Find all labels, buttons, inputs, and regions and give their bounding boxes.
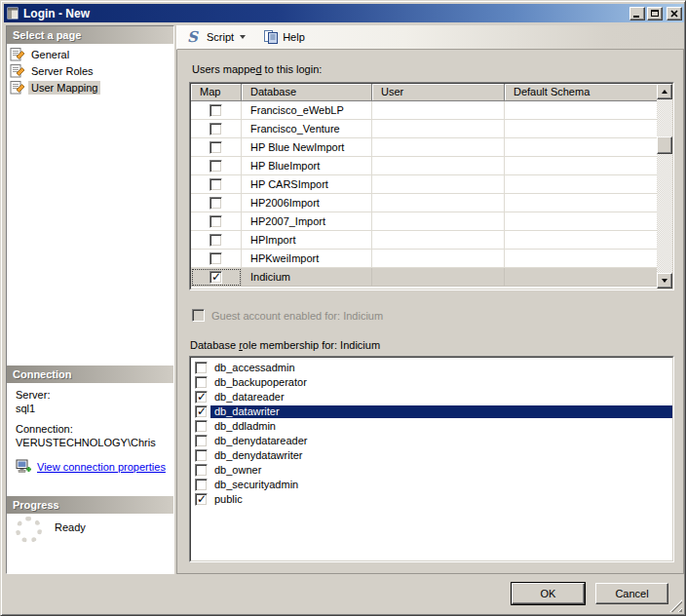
role-checkbox[interactable] bbox=[195, 464, 208, 477]
user-cell[interactable] bbox=[372, 157, 505, 175]
map-cell[interactable] bbox=[191, 194, 242, 212]
role-checkbox[interactable] bbox=[195, 376, 208, 389]
map-checkbox[interactable] bbox=[210, 197, 222, 210]
sidebar-item-label: General bbox=[28, 48, 72, 61]
user-cell[interactable] bbox=[372, 268, 505, 287]
column-header-map[interactable]: Map bbox=[191, 84, 242, 101]
help-button[interactable]: Help bbox=[258, 27, 310, 48]
map-cell[interactable] bbox=[191, 101, 242, 120]
role-checkbox-checked[interactable] bbox=[195, 391, 208, 404]
map-cell[interactable] bbox=[191, 250, 242, 268]
user-cell[interactable] bbox=[372, 175, 505, 194]
script-dropdown-icon[interactable] bbox=[240, 35, 246, 39]
role-item-db_denydatareader[interactable]: db_denydatareader bbox=[191, 434, 672, 448]
map-checkbox[interactable] bbox=[210, 178, 222, 191]
map-cell[interactable] bbox=[191, 268, 242, 287]
scroll-down-button[interactable] bbox=[657, 273, 672, 289]
role-checkbox[interactable] bbox=[195, 420, 208, 433]
user-cell[interactable] bbox=[372, 101, 505, 120]
toolbar: S Script Help bbox=[176, 25, 684, 50]
user-cell[interactable] bbox=[372, 120, 505, 138]
map-cell[interactable] bbox=[191, 175, 242, 194]
table-row[interactable]: HP Blue NewImport bbox=[191, 138, 657, 157]
table-row[interactable]: HP CARSImport bbox=[191, 175, 657, 194]
default-schema-cell[interactable] bbox=[505, 101, 657, 120]
map-checkbox-checked[interactable] bbox=[210, 271, 222, 284]
default-schema-cell[interactable] bbox=[505, 157, 657, 175]
default-schema-cell[interactable] bbox=[505, 194, 657, 212]
map-checkbox[interactable] bbox=[210, 141, 222, 154]
default-schema-cell[interactable] bbox=[505, 138, 657, 157]
default-schema-cell[interactable] bbox=[505, 268, 657, 287]
map-checkbox[interactable] bbox=[210, 123, 222, 135]
role-checkbox-checked[interactable] bbox=[195, 493, 208, 506]
role-item-db_backupoperator[interactable]: db_backupoperator bbox=[191, 375, 672, 390]
database-cell: HP2007_Import bbox=[242, 212, 372, 231]
default-schema-cell[interactable] bbox=[505, 250, 657, 268]
script-icon: S bbox=[187, 29, 203, 45]
script-button[interactable]: S Script bbox=[182, 27, 250, 48]
ok-button[interactable]: OK bbox=[512, 583, 585, 604]
role-item-db_datawriter[interactable]: db_datawriter bbox=[191, 404, 672, 419]
table-row[interactable]: HPImport bbox=[191, 231, 657, 250]
column-header-user[interactable]: User bbox=[372, 84, 505, 101]
table-row[interactable]: Francisco_eWebLP bbox=[191, 101, 657, 120]
user-cell[interactable] bbox=[372, 138, 505, 157]
sidebar-item-general[interactable]: General bbox=[7, 46, 173, 62]
view-connection-properties-link[interactable]: View connection properties bbox=[37, 461, 166, 473]
sidebar-item-user-mapping[interactable]: User Mapping bbox=[7, 79, 173, 96]
column-header-database[interactable]: Database bbox=[242, 84, 372, 101]
user-cell[interactable] bbox=[372, 250, 505, 268]
map-cell[interactable] bbox=[191, 120, 242, 138]
database-cell: HP CARSImport bbox=[242, 175, 372, 194]
default-schema-cell[interactable] bbox=[505, 212, 657, 231]
map-checkbox[interactable] bbox=[210, 160, 222, 173]
maximize-button[interactable] bbox=[647, 7, 663, 20]
title-bar[interactable]: Login - New bbox=[4, 4, 684, 22]
role-item-db_owner[interactable]: db_owner bbox=[191, 463, 672, 478]
map-checkbox[interactable] bbox=[210, 252, 222, 265]
role-checkbox[interactable] bbox=[195, 435, 208, 447]
role-item-db_datareader[interactable]: db_datareader bbox=[191, 390, 672, 404]
table-row[interactable]: Francisco_Venture bbox=[191, 120, 657, 138]
map-checkbox[interactable] bbox=[210, 234, 222, 247]
map-checkbox[interactable] bbox=[210, 215, 222, 228]
table-row[interactable]: HP2006Import bbox=[191, 194, 657, 212]
progress-spinner-icon bbox=[16, 517, 42, 543]
user-cell[interactable] bbox=[372, 231, 505, 250]
progress-header: Progress bbox=[7, 496, 173, 514]
close-button[interactable] bbox=[667, 7, 682, 20]
user-cell[interactable] bbox=[372, 194, 505, 212]
role-checkbox[interactable] bbox=[195, 449, 208, 462]
scroll-up-button[interactable] bbox=[657, 84, 672, 99]
role-checkbox[interactable] bbox=[195, 362, 208, 374]
role-item-public[interactable]: public bbox=[191, 492, 672, 507]
map-cell[interactable] bbox=[191, 157, 242, 175]
role-item-db_accessadmin[interactable]: db_accessadmin bbox=[191, 361, 672, 375]
minimize-button[interactable] bbox=[629, 7, 645, 20]
sidebar: Select a page GeneralServer RolesUser Ma… bbox=[6, 25, 174, 574]
map-cell[interactable] bbox=[191, 138, 242, 157]
default-schema-cell[interactable] bbox=[505, 231, 657, 250]
scroll-thumb[interactable] bbox=[657, 136, 672, 154]
default-schema-cell[interactable] bbox=[505, 120, 657, 138]
cancel-button[interactable]: Cancel bbox=[595, 583, 668, 604]
grid-vertical-scrollbar[interactable] bbox=[657, 84, 672, 289]
table-row[interactable]: Indicium bbox=[191, 268, 657, 287]
map-cell[interactable] bbox=[191, 231, 242, 250]
role-item-db_ddladmin[interactable]: db_ddladmin bbox=[191, 419, 672, 434]
user-cell[interactable] bbox=[372, 212, 505, 231]
table-row[interactable]: HP BlueImport bbox=[191, 157, 657, 175]
map-checkbox[interactable] bbox=[210, 104, 222, 117]
table-row[interactable]: HPKweiImport bbox=[191, 250, 657, 268]
role-checkbox[interactable] bbox=[195, 479, 208, 491]
resize-grip[interactable] bbox=[669, 599, 682, 612]
role-item-db_denydatawriter[interactable]: db_denydatawriter bbox=[191, 448, 672, 463]
column-header-default-schema[interactable]: Default Schema bbox=[505, 84, 657, 101]
map-cell[interactable] bbox=[191, 212, 242, 231]
role-checkbox-checked[interactable] bbox=[195, 405, 208, 418]
sidebar-item-server-roles[interactable]: Server Roles bbox=[7, 62, 173, 79]
role-item-db_securityadmin[interactable]: db_securityadmin bbox=[191, 478, 672, 492]
default-schema-cell[interactable] bbox=[505, 175, 657, 194]
table-row[interactable]: HP2007_Import bbox=[191, 212, 657, 231]
